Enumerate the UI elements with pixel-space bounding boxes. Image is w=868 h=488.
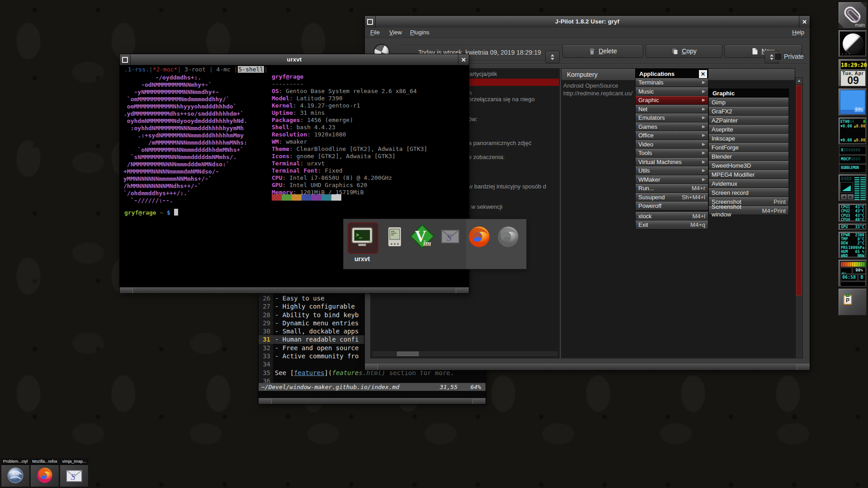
mixer-prev-button[interactable]: ◀ [840, 194, 847, 200]
dock-mixer[interactable]: 8488 ◀ ▶ [838, 174, 867, 202]
menu-title[interactable]: Applications ✕ [635, 69, 708, 78]
tab-moc[interactable]: *2-moc* [153, 66, 178, 73]
dock-usage-monitor[interactable]: 04% [838, 88, 867, 116]
resize-grip-right[interactable] [472, 399, 486, 404]
miniwindow-mail[interactable]: vimja_imap... S [60, 458, 89, 487]
urxvt-terminal-icon[interactable]: >_ [350, 225, 374, 250]
submenu-item-mpeg4-modifier[interactable]: MPEG4 Modifier [708, 170, 789, 179]
menu-item-graphic[interactable]: Graphic▶ [635, 96, 708, 105]
menu-plugins[interactable]: Plugins [407, 28, 432, 38]
menu-item-terminals[interactable]: Terminals▶ [635, 78, 708, 87]
menu-close-button[interactable]: ✕ [698, 70, 708, 79]
dock-clip-main[interactable]: main [838, 2, 867, 29]
private-checkbox[interactable] [774, 53, 782, 61]
scrollbar-thumb[interactable] [397, 352, 419, 356]
close-button[interactable]: ✕ [458, 54, 469, 65]
level-meter-right[interactable] [860, 177, 865, 200]
left-list-spinner[interactable] [545, 51, 560, 63]
vertical-scrollbar[interactable]: ▲ [795, 77, 803, 358]
menu-item-games[interactable]: Games▶ [635, 122, 708, 131]
features-link[interactable]: features [294, 369, 324, 376]
submenu-item-screenshot-window[interactable]: Screenshot windowM4+Print [708, 206, 789, 215]
dock-gpu-temp[interactable]: GPU33°C [838, 223, 867, 230]
horizontal-scrollbar[interactable] [372, 351, 558, 357]
miniwindow-problem[interactable]: Problem...ctyl [1, 458, 30, 487]
menu-item-exit[interactable]: ExitM4+q [635, 221, 708, 230]
menu-help[interactable]: Help [789, 28, 807, 38]
record-title[interactable]: Android OpenSource [563, 82, 618, 89]
tab-rss[interactable]: .1-rss. [124, 66, 149, 73]
copy-button[interactable]: Copy [646, 44, 722, 58]
scrollbar-thumb-red[interactable] [796, 85, 802, 296]
menu-item-xlock[interactable]: xlockM4+l [635, 212, 708, 221]
tab-shell-active[interactable]: 5-shell [238, 66, 264, 73]
scroll-up-arrow[interactable]: ▲ [796, 78, 802, 84]
firefox-grey-icon[interactable] [496, 225, 520, 250]
menu-item-virtual-machines[interactable]: Virtual Machines▶ [635, 158, 708, 167]
submenu-item-grafx2[interactable]: GraFX2 [708, 107, 789, 116]
menu-item-office[interactable]: Office▶ [635, 131, 708, 140]
menu-item-run[interactable]: Run...M4+r [635, 184, 708, 193]
dock-jpilot-tile[interactable]: P [838, 288, 867, 316]
urxvt-resizebar[interactable] [120, 287, 469, 293]
jpilot-resizebar[interactable] [365, 364, 810, 370]
tab-mc[interactable]: 4-mc [213, 66, 234, 73]
vim-icon[interactable]: Vim [410, 224, 435, 251]
menu-item-tools[interactable]: Tools▶ [635, 149, 708, 158]
submenu-item-blender[interactable]: Blender [708, 152, 789, 161]
palm-pilot-icon[interactable] [384, 226, 405, 250]
lcd-row-x[interactable]: X8888888 [839, 146, 866, 155]
menu-item-video[interactable]: Video▶ [635, 140, 708, 149]
dock-clock[interactable]: 18:29:20 Tue, Apr 09 [838, 59, 867, 87]
resize-grip-left[interactable] [365, 364, 378, 370]
dock-lcd-stack[interactable]: X8888888 MOCP8888 BUBBLEMON [838, 146, 867, 173]
dock-cpu-temps[interactable]: CPU143°C CPU243°C CPU343°C CPU440°C [838, 203, 867, 222]
resize-grip-left[interactable] [120, 288, 133, 293]
tab-root[interactable]: 3-root [181, 66, 209, 73]
menu-item-wmaker[interactable]: WMaker▶ [635, 175, 708, 184]
menu-item-net[interactable]: Net▶ [635, 105, 708, 114]
urxvt-titlebar[interactable]: urxvt ✕ [120, 54, 469, 66]
menu-item-music[interactable]: Music▶ [635, 87, 708, 96]
submenu-item-fontforge[interactable]: FontForge [708, 143, 789, 152]
record-url[interactable]: http://redmine.replicant.us/ [563, 90, 632, 97]
menu-item-emulators[interactable]: Emulators▶ [635, 113, 708, 122]
clip-corner-button[interactable] [861, 2, 867, 8]
lcd-row-mocp[interactable]: MOCP8888 [839, 155, 866, 164]
dock-sphere-app[interactable]: ... [838, 30, 867, 57]
delete-button[interactable]: Delete [562, 44, 643, 58]
close-button[interactable]: ✕ [799, 16, 810, 28]
jpilot-titlebar[interactable]: J-Pilot 1.8.2 User: gryf ✕ [365, 16, 810, 28]
resize-grip-right[interactable] [456, 288, 469, 293]
shell-prompt[interactable]: gryf@rage ~ $ [124, 209, 178, 216]
submenu-item-aseprite[interactable]: Aseprite [708, 125, 789, 134]
menu-file[interactable]: File [368, 28, 382, 38]
menu-item-poweroff[interactable]: Poweroff [635, 202, 708, 211]
submenu-item-sweethome3d[interactable]: SweetHome3D [708, 161, 789, 170]
miniwindow-firefox[interactable]: Mozilla...refox [30, 458, 59, 487]
lcd-row-bubblemon[interactable]: BUBBLEMON [839, 164, 866, 173]
submenu-item-gimp[interactable]: Gimp [708, 98, 789, 107]
menu-item-utils[interactable]: Utils▶ [635, 166, 708, 175]
mixer-next-button[interactable]: ▶ [847, 194, 854, 200]
submenu-title[interactable]: Graphic [708, 89, 789, 98]
firefox-icon[interactable] [467, 225, 491, 250]
submenu-item-azpainter[interactable]: AZPainter [708, 116, 789, 125]
level-meter-left[interactable] [854, 177, 859, 200]
clip-corner-button[interactable] [839, 23, 844, 28]
mail-app-icon[interactable]: S [440, 228, 460, 247]
vim-resizebar[interactable] [259, 398, 486, 404]
dock-weather[interactable]: EPWR2300 TMP8°C DEW2°C PRS1009hPa HUM65 … [838, 231, 867, 258]
menu-item-suspend[interactable]: SusupendSh+M4+l [635, 193, 708, 202]
submenu-item-screen-record[interactable]: Screen record [708, 188, 789, 197]
screen-tab-bar[interactable]: .1-rss.|*2-moc*| 3-root | 4-mc |5-shell| [124, 66, 268, 73]
miniaturize-button[interactable] [365, 16, 376, 28]
submenu-item-inkscape[interactable]: Inkscape [708, 134, 789, 143]
dock-battery[interactable]: ∞▭ 90% 06:58 B [838, 259, 867, 287]
resize-grip-left[interactable] [259, 399, 272, 404]
submenu-item-avidemux[interactable]: Avidemux [708, 179, 789, 188]
dock-network-monitor[interactable]: ETH0888 ▼0.00▲0.00 ▼0.00▲0.00 [838, 117, 867, 145]
miniaturize-button[interactable] [120, 54, 131, 65]
menu-view[interactable]: View [387, 28, 405, 38]
resize-grip-right[interactable] [797, 364, 810, 370]
